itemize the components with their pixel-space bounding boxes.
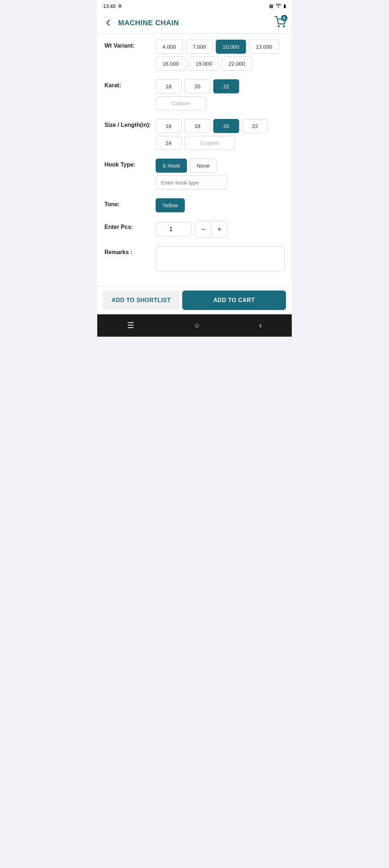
wt-option-10[interactable]: 10.000 (216, 40, 246, 54)
tone-yellow[interactable]: Yellow (156, 198, 185, 212)
hook-type-row: Hook Type: S Hook None (104, 159, 285, 190)
hook-none[interactable]: None (190, 159, 216, 173)
hook-type-options: S Hook None (156, 159, 285, 190)
wt-option-16[interactable]: 16.000 (156, 57, 186, 71)
size-length-row: Size / Length(in): 16 18 20 22 24 Custom (104, 119, 285, 150)
vibrate-icon: ▦ (269, 3, 273, 9)
karat-custom[interactable]: Custom (156, 96, 206, 110)
pcs-increment[interactable]: + (211, 221, 227, 237)
karat-options: 18 20 22 Custom (156, 79, 285, 110)
bottom-bar: ADD TO SHORTLIST ADD TO CART (97, 286, 292, 314)
wt-option-13[interactable]: 13.000 (249, 40, 279, 54)
wt-option-7[interactable]: 7.000 (186, 40, 213, 54)
nav-bar: ☰ ○ ‹ (97, 314, 292, 337)
karat-20[interactable]: 20 (184, 79, 210, 93)
svg-point-1 (283, 26, 285, 27)
wt-variant-label: Wt Variant: (104, 40, 151, 49)
size-18[interactable]: 18 (184, 119, 210, 133)
wifi-icon (276, 3, 281, 9)
size-length-options: 16 18 20 22 24 Custom (156, 119, 285, 150)
hook-s-hook[interactable]: S Hook (156, 159, 187, 173)
pcs-controls: − + (156, 221, 285, 238)
time-display: 13:40 (103, 3, 116, 9)
pcs-stepper: − + (195, 221, 228, 238)
wt-variant-row: Wt Variant: 4.000 7.000 10.000 13.000 16… (104, 40, 285, 71)
wt-option-4[interactable]: 4.000 (156, 40, 183, 54)
settings-icon: ⚙ (118, 3, 122, 9)
wt-option-19[interactable]: 19.000 (189, 57, 219, 71)
main-content: Wt Variant: 4.000 7.000 10.000 13.000 16… (97, 34, 292, 286)
remarks-label: Remarks : (104, 246, 151, 256)
status-bar-left: 13:40 ⚙ (103, 3, 122, 9)
svg-point-0 (278, 26, 280, 27)
wt-variant-options: 4.000 7.000 10.000 13.000 16.000 19.000 … (156, 40, 285, 71)
size-custom[interactable]: Custom (184, 136, 235, 150)
karat-18[interactable]: 18 (156, 79, 182, 93)
add-to-shortlist-button[interactable]: ADD TO SHORTLIST (103, 291, 179, 310)
pcs-input[interactable] (156, 222, 192, 236)
menu-icon[interactable]: ☰ (120, 319, 142, 332)
size-length-label: Size / Length(in): (104, 119, 151, 128)
add-to-cart-button[interactable]: ADD TO CART (182, 291, 286, 310)
back-button[interactable] (102, 16, 115, 29)
remarks-row: Remarks : (104, 246, 285, 271)
karat-label: Karat: (104, 79, 151, 89)
page-title: MACHINE CHAIN (118, 19, 179, 27)
tone-options: Yellow (156, 198, 285, 212)
karat-22[interactable]: 22 (213, 79, 239, 93)
tone-label: Tone: (104, 198, 151, 208)
cart-button[interactable]: 6 (274, 16, 286, 29)
back-nav-icon[interactable]: ‹ (252, 319, 269, 332)
size-20[interactable]: 20 (213, 119, 239, 133)
size-22[interactable]: 22 (242, 119, 268, 133)
tone-row: Tone: Yellow (104, 198, 285, 212)
pcs-label: Enter Pcs: (104, 221, 151, 230)
karat-row: Karat: 18 20 22 Custom (104, 79, 285, 110)
cart-badge: 6 (281, 15, 287, 21)
wt-option-22[interactable]: 22.000 (222, 57, 252, 71)
size-16[interactable]: 16 (156, 119, 182, 133)
header-left: MACHINE CHAIN (102, 16, 179, 29)
status-bar-right: ▦ ▮ (269, 3, 286, 9)
pcs-decrement[interactable]: − (196, 221, 211, 237)
hook-type-label: Hook Type: (104, 159, 151, 168)
hook-type-input[interactable] (156, 176, 228, 190)
size-24[interactable]: 24 (156, 136, 182, 150)
battery-icon: ▮ (283, 3, 286, 9)
pcs-row: Enter Pcs: − + (104, 221, 285, 238)
home-icon[interactable]: ○ (187, 319, 206, 332)
status-bar: 13:40 ⚙ ▦ ▮ (97, 0, 292, 12)
remarks-input[interactable] (156, 246, 285, 271)
header: MACHINE CHAIN 6 (97, 12, 292, 34)
